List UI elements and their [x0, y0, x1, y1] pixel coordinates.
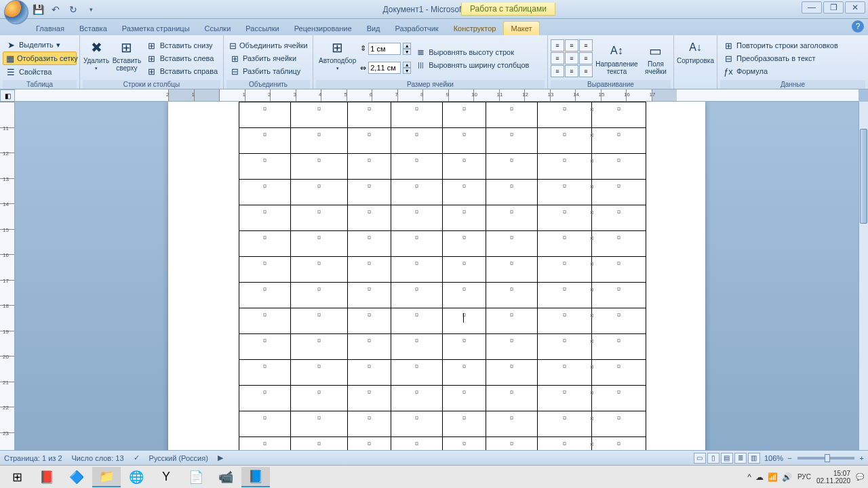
- zoom-in-button[interactable]: +: [860, 454, 864, 462]
- table-cell[interactable]: ¤: [486, 334, 538, 360]
- table-cell[interactable]: ¤: [291, 231, 348, 257]
- table-cell[interactable]: ¤: [239, 334, 291, 360]
- table-cell[interactable]: ¤: [538, 154, 592, 180]
- undo-icon[interactable]: ↶: [47, 2, 64, 17]
- table-cell[interactable]: ¤: [538, 205, 592, 231]
- document-table[interactable]: ¤¤¤¤¤¤¤¤¤¤¤¤¤¤¤¤¤¤¤¤¤¤¤¤¤¤¤¤¤¤¤¤¤¤¤¤¤¤¤¤…: [239, 102, 646, 461]
- table-cell[interactable]: ¤: [486, 128, 538, 154]
- table-cell[interactable]: ¤: [592, 411, 646, 437]
- table-cell[interactable]: ¤: [391, 386, 443, 411]
- cell-margins-button[interactable]: ▭Поля ячейки: [641, 40, 671, 77]
- table-cell[interactable]: ¤: [538, 231, 592, 257]
- convert-to-text-button[interactable]: ⊟Преобразовать в текст: [720, 52, 865, 64]
- table-cell[interactable]: ¤: [391, 308, 443, 334]
- table-cell[interactable]: ¤: [443, 360, 486, 386]
- table-cell[interactable]: ¤: [291, 102, 348, 128]
- redo-icon[interactable]: ↻: [65, 2, 81, 17]
- zoom-slider[interactable]: [797, 457, 854, 460]
- table-cell[interactable]: ¤: [443, 386, 486, 411]
- table-cell[interactable]: ¤: [291, 154, 348, 180]
- table-cell[interactable]: ¤: [391, 360, 443, 386]
- table-cell[interactable]: ¤: [486, 102, 538, 128]
- table-cell[interactable]: ¤: [391, 180, 443, 205]
- proofing-icon[interactable]: ✓: [134, 453, 140, 462]
- col-width-input[interactable]: ⇔▲▼: [360, 62, 411, 74]
- formula-button[interactable]: ƒxФормула: [720, 65, 865, 77]
- insert-left-button[interactable]: ⊞Вставить слева: [144, 52, 220, 64]
- taskbar-explorer[interactable]: 📁: [92, 467, 121, 487]
- table-cell[interactable]: ¤: [486, 257, 538, 283]
- insert-below-button[interactable]: ⊞Вставить снизу: [144, 39, 220, 52]
- table-cell[interactable]: ¤: [592, 154, 646, 180]
- table-cell[interactable]: ¤: [486, 308, 538, 334]
- taskbar-acrobat[interactable]: 📄: [182, 467, 210, 487]
- distribute-cols-button[interactable]: ⫼Выровнять ширину столбцов: [412, 59, 532, 71]
- maximize-button[interactable]: ❐: [823, 1, 844, 14]
- minimize-button[interactable]: —: [802, 1, 822, 14]
- table-cell[interactable]: ¤: [443, 231, 486, 257]
- close-button[interactable]: ✕: [845, 1, 865, 14]
- table-cell[interactable]: ¤: [391, 334, 443, 360]
- table-cell[interactable]: ¤: [291, 283, 348, 308]
- select-button[interactable]: ➤Выделить ▾: [3, 39, 77, 51]
- save-icon[interactable]: 💾: [30, 2, 46, 17]
- table-cell[interactable]: ¤: [592, 386, 646, 411]
- table-cell[interactable]: ¤: [486, 205, 538, 231]
- start-button[interactable]: ⊞: [3, 467, 31, 487]
- taskbar-app-2[interactable]: 🔷: [62, 467, 91, 487]
- table-cell[interactable]: ¤: [348, 102, 391, 128]
- table-cell[interactable]: ¤: [291, 180, 348, 205]
- repeat-header-button[interactable]: ⊞Повторить строки заголовков: [720, 39, 865, 52]
- taskbar-word[interactable]: 📘: [241, 467, 270, 487]
- view-web[interactable]: ▤: [721, 453, 733, 464]
- tray-cloud-icon[interactable]: ☁: [755, 472, 764, 482]
- table-cell[interactable]: ¤: [592, 128, 646, 154]
- table-cell[interactable]: ¤: [443, 411, 486, 437]
- table-cell[interactable]: ¤: [239, 308, 291, 334]
- table-cell[interactable]: ¤: [538, 411, 592, 437]
- table-cell[interactable]: ¤: [443, 334, 486, 360]
- qat-customize-icon[interactable]: ▾: [83, 2, 99, 17]
- table-cell[interactable]: ¤: [348, 231, 391, 257]
- table-cell[interactable]: ¤: [348, 411, 391, 437]
- sort-button[interactable]: A↓Сортировка: [677, 37, 714, 80]
- tab-design[interactable]: Конструктор: [446, 21, 504, 35]
- table-cell[interactable]: ¤: [592, 334, 646, 360]
- table-cell[interactable]: ¤: [291, 334, 348, 360]
- table-cell[interactable]: ¤: [348, 154, 391, 180]
- table-cell[interactable]: ¤: [239, 411, 291, 437]
- table-cell[interactable]: ¤: [538, 128, 592, 154]
- table-cell[interactable]: ¤: [291, 128, 348, 154]
- table-cell[interactable]: ¤: [291, 308, 348, 334]
- taskbar-zoom[interactable]: 📹: [212, 467, 240, 487]
- table-cell[interactable]: ¤: [592, 283, 646, 308]
- table-cell[interactable]: ¤: [486, 386, 538, 411]
- table-cell[interactable]: ¤: [391, 205, 443, 231]
- view-print-layout[interactable]: ▭: [694, 453, 706, 464]
- table-cell[interactable]: ¤: [592, 205, 646, 231]
- table-cell[interactable]: ¤: [348, 386, 391, 411]
- split-cells-button[interactable]: ⊞Разбить ячейки: [226, 52, 310, 64]
- tab-page-layout[interactable]: Разметка страницы: [115, 21, 197, 35]
- vertical-ruler[interactable]: 11121314151617181920212223: [0, 102, 15, 461]
- tab-developer[interactable]: Разработчик: [388, 21, 446, 35]
- merge-cells-button[interactable]: ⊟Объединить ячейки: [226, 39, 310, 52]
- table-cell[interactable]: ¤: [239, 360, 291, 386]
- document-page[interactable]: ¤¤¤¤¤¤¤¤¤¤¤¤¤¤¤¤¤¤¤¤¤¤¤¤¤¤¤¤¤¤¤¤¤¤¤¤¤¤¤¤…: [168, 102, 705, 461]
- table-cell[interactable]: ¤: [348, 257, 391, 283]
- table-cell[interactable]: ¤: [391, 128, 443, 154]
- table-cell[interactable]: ¤: [348, 308, 391, 334]
- table-cell[interactable]: ¤: [239, 154, 291, 180]
- table-cell[interactable]: ¤: [443, 128, 486, 154]
- alignment-grid[interactable]: ≡≡≡ ≡≡≡ ≡≡≡: [551, 39, 593, 77]
- autofit-button[interactable]: ⊞Автоподбор▾: [316, 37, 359, 80]
- table-cell[interactable]: ¤: [592, 257, 646, 283]
- view-full-screen[interactable]: ▯: [707, 453, 719, 464]
- tab-references[interactable]: Ссылки: [197, 21, 239, 35]
- tab-mailings[interactable]: Рассылки: [238, 21, 286, 35]
- table-cell[interactable]: ¤: [592, 308, 646, 334]
- table-cell[interactable]: ¤: [486, 180, 538, 205]
- tab-insert[interactable]: Вставка: [72, 21, 115, 35]
- table-cell[interactable]: ¤: [348, 360, 391, 386]
- table-cell[interactable]: ¤: [486, 360, 538, 386]
